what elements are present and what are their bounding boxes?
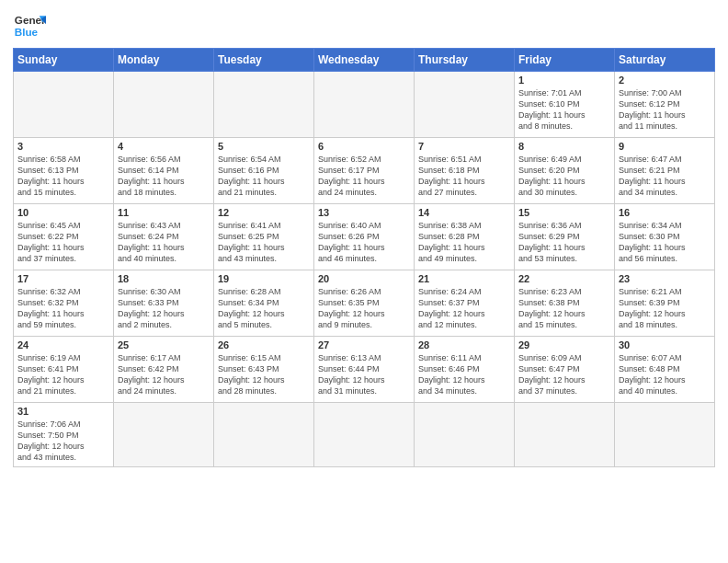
day-number: 24: [17, 339, 109, 350]
calendar-cell: 16Sunrise: 6:34 AM Sunset: 6:30 PM Dayli…: [615, 204, 715, 270]
day-info: Sunrise: 7:00 AM Sunset: 6:12 PM Dayligh…: [619, 87, 711, 132]
calendar-cell: 8Sunrise: 6:49 AM Sunset: 6:20 PM Daylig…: [515, 138, 615, 204]
day-info: Sunrise: 7:01 AM Sunset: 6:10 PM Dayligh…: [518, 87, 610, 132]
day-number: 10: [17, 207, 109, 218]
calendar-week-row: 10Sunrise: 6:45 AM Sunset: 6:22 PM Dayli…: [14, 204, 715, 270]
day-number: 14: [418, 207, 510, 218]
calendar-cell: 30Sunrise: 6:07 AM Sunset: 6:48 PM Dayli…: [615, 337, 715, 403]
weekday-header-sunday: Sunday: [14, 49, 114, 72]
day-info: Sunrise: 6:11 AM Sunset: 6:46 PM Dayligh…: [418, 352, 510, 397]
day-number: 31: [17, 406, 109, 417]
day-number: 16: [619, 207, 711, 218]
calendar-cell: 21Sunrise: 6:24 AM Sunset: 6:37 PM Dayli…: [415, 270, 515, 337]
calendar-cell: 2Sunrise: 7:00 AM Sunset: 6:12 PM Daylig…: [615, 72, 715, 138]
calendar-cell: 9Sunrise: 6:47 AM Sunset: 6:21 PM Daylig…: [615, 138, 715, 204]
day-number: 6: [318, 141, 410, 152]
svg-text:Blue: Blue: [15, 26, 39, 38]
logo-icon: General Blue: [13, 9, 46, 42]
calendar-cell: 4Sunrise: 6:56 AM Sunset: 6:14 PM Daylig…: [114, 138, 214, 204]
day-number: 2: [619, 75, 711, 86]
day-info: Sunrise: 6:09 AM Sunset: 6:47 PM Dayligh…: [518, 352, 610, 397]
day-info: Sunrise: 6:30 AM Sunset: 6:33 PM Dayligh…: [118, 286, 210, 331]
calendar-cell: 1Sunrise: 7:01 AM Sunset: 6:10 PM Daylig…: [515, 72, 615, 138]
day-number: 4: [118, 141, 210, 152]
day-number: 23: [619, 273, 711, 284]
day-number: 5: [218, 141, 310, 152]
day-number: 20: [318, 273, 410, 284]
day-info: Sunrise: 6:43 AM Sunset: 6:24 PM Dayligh…: [118, 220, 210, 265]
calendar-week-row: 17Sunrise: 6:32 AM Sunset: 6:32 PM Dayli…: [14, 270, 715, 337]
day-info: Sunrise: 6:28 AM Sunset: 6:34 PM Dayligh…: [218, 286, 310, 331]
calendar-cell: [114, 403, 214, 467]
day-number: 8: [518, 141, 610, 152]
day-number: 26: [218, 339, 310, 350]
day-info: Sunrise: 6:34 AM Sunset: 6:30 PM Dayligh…: [619, 220, 711, 265]
calendar-week-row: 1Sunrise: 7:01 AM Sunset: 6:10 PM Daylig…: [14, 72, 715, 138]
logo: General Blue: [13, 9, 46, 42]
day-info: Sunrise: 7:06 AM Sunset: 7:50 PM Dayligh…: [17, 419, 109, 464]
day-info: Sunrise: 6:56 AM Sunset: 6:14 PM Dayligh…: [118, 154, 210, 199]
day-number: 17: [17, 273, 109, 284]
calendar-cell: 5Sunrise: 6:54 AM Sunset: 6:16 PM Daylig…: [214, 138, 314, 204]
weekday-header-wednesday: Wednesday: [314, 49, 415, 72]
weekday-header-saturday: Saturday: [615, 49, 715, 72]
day-info: Sunrise: 6:54 AM Sunset: 6:16 PM Dayligh…: [218, 154, 310, 199]
calendar-cell: [14, 72, 114, 138]
calendar-cell: 13Sunrise: 6:40 AM Sunset: 6:26 PM Dayli…: [314, 204, 415, 270]
day-info: Sunrise: 6:26 AM Sunset: 6:35 PM Dayligh…: [318, 286, 410, 331]
weekday-header-tuesday: Tuesday: [214, 49, 314, 72]
day-number: 7: [418, 141, 510, 152]
calendar-cell: [214, 403, 314, 467]
calendar-cell: 6Sunrise: 6:52 AM Sunset: 6:17 PM Daylig…: [314, 138, 415, 204]
day-info: Sunrise: 6:40 AM Sunset: 6:26 PM Dayligh…: [318, 220, 410, 265]
calendar-week-row: 24Sunrise: 6:19 AM Sunset: 6:41 PM Dayli…: [14, 337, 715, 403]
calendar-cell: 20Sunrise: 6:26 AM Sunset: 6:35 PM Dayli…: [314, 270, 415, 337]
calendar-cell: 24Sunrise: 6:19 AM Sunset: 6:41 PM Dayli…: [14, 337, 114, 403]
calendar-cell: [615, 403, 715, 467]
day-info: Sunrise: 6:51 AM Sunset: 6:18 PM Dayligh…: [418, 154, 510, 199]
day-number: 1: [518, 75, 610, 86]
day-info: Sunrise: 6:07 AM Sunset: 6:48 PM Dayligh…: [619, 352, 711, 397]
day-info: Sunrise: 6:24 AM Sunset: 6:37 PM Dayligh…: [418, 286, 510, 331]
calendar-cell: [314, 72, 415, 138]
day-number: 9: [619, 141, 711, 152]
calendar-cell: 28Sunrise: 6:11 AM Sunset: 6:46 PM Dayli…: [415, 337, 515, 403]
day-info: Sunrise: 6:32 AM Sunset: 6:32 PM Dayligh…: [17, 286, 109, 331]
day-info: Sunrise: 6:52 AM Sunset: 6:17 PM Dayligh…: [318, 154, 410, 199]
day-number: 3: [17, 141, 109, 152]
calendar-table: SundayMondayTuesdayWednesdayThursdayFrid…: [13, 48, 715, 467]
page: General Blue SundayMondayTuesdayWednesda…: [0, 0, 728, 563]
day-number: 30: [619, 339, 711, 350]
calendar-week-row: 3Sunrise: 6:58 AM Sunset: 6:13 PM Daylig…: [14, 138, 715, 204]
day-info: Sunrise: 6:13 AM Sunset: 6:44 PM Dayligh…: [318, 352, 410, 397]
calendar-cell: 17Sunrise: 6:32 AM Sunset: 6:32 PM Dayli…: [14, 270, 114, 337]
calendar-cell: 11Sunrise: 6:43 AM Sunset: 6:24 PM Dayli…: [114, 204, 214, 270]
calendar-week-row: 31Sunrise: 7:06 AM Sunset: 7:50 PM Dayli…: [14, 403, 715, 467]
day-number: 11: [118, 207, 210, 218]
day-info: Sunrise: 6:21 AM Sunset: 6:39 PM Dayligh…: [619, 286, 711, 331]
calendar-cell: 7Sunrise: 6:51 AM Sunset: 6:18 PM Daylig…: [415, 138, 515, 204]
weekday-header-row: SundayMondayTuesdayWednesdayThursdayFrid…: [14, 49, 715, 72]
day-number: 19: [218, 273, 310, 284]
day-info: Sunrise: 6:45 AM Sunset: 6:22 PM Dayligh…: [17, 220, 109, 265]
day-number: 25: [118, 339, 210, 350]
day-info: Sunrise: 6:17 AM Sunset: 6:42 PM Dayligh…: [118, 352, 210, 397]
calendar-cell: 12Sunrise: 6:41 AM Sunset: 6:25 PM Dayli…: [214, 204, 314, 270]
day-number: 15: [518, 207, 610, 218]
calendar-cell: 14Sunrise: 6:38 AM Sunset: 6:28 PM Dayli…: [415, 204, 515, 270]
calendar-cell: [314, 403, 415, 467]
day-info: Sunrise: 6:23 AM Sunset: 6:38 PM Dayligh…: [518, 286, 610, 331]
calendar-cell: [415, 72, 515, 138]
calendar-cell: [114, 72, 214, 138]
header-area: General Blue: [13, 9, 715, 42]
day-number: 29: [518, 339, 610, 350]
day-info: Sunrise: 6:41 AM Sunset: 6:25 PM Dayligh…: [218, 220, 310, 265]
day-number: 18: [118, 273, 210, 284]
calendar-cell: [214, 72, 314, 138]
calendar-cell: 23Sunrise: 6:21 AM Sunset: 6:39 PM Dayli…: [615, 270, 715, 337]
day-info: Sunrise: 6:15 AM Sunset: 6:43 PM Dayligh…: [218, 352, 310, 397]
day-number: 12: [218, 207, 310, 218]
calendar-cell: 27Sunrise: 6:13 AM Sunset: 6:44 PM Dayli…: [314, 337, 415, 403]
calendar-cell: 3Sunrise: 6:58 AM Sunset: 6:13 PM Daylig…: [14, 138, 114, 204]
day-info: Sunrise: 6:58 AM Sunset: 6:13 PM Dayligh…: [17, 154, 109, 199]
